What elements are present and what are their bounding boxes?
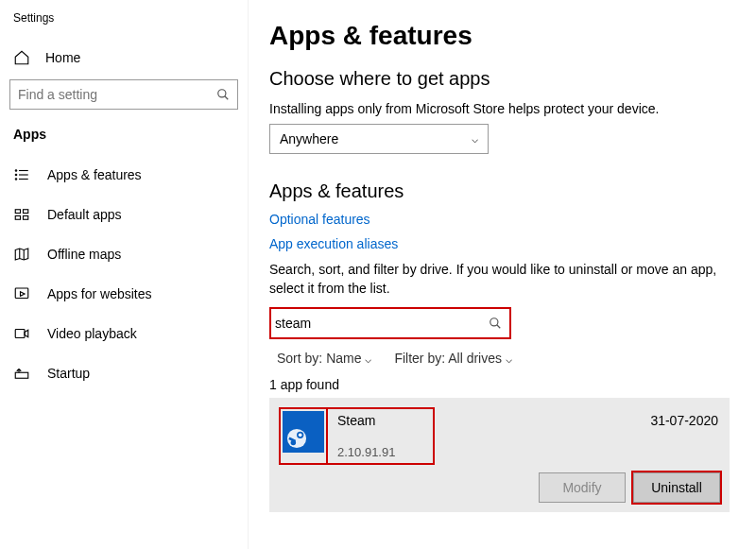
app-aliases-link[interactable]: App execution aliases	[269, 236, 730, 251]
nav-default-apps[interactable]: Default apps	[9, 195, 248, 234]
svg-rect-9	[24, 210, 28, 214]
chevron-down-icon: ⌵	[472, 132, 478, 146]
sort-picker[interactable]: Sort by: Name ⌵	[277, 351, 371, 366]
svg-point-0	[218, 90, 226, 97]
optional-features-link[interactable]: Optional features	[269, 212, 730, 227]
sort-label: Sort by:	[277, 351, 322, 366]
list-icon	[13, 166, 30, 183]
startup-icon	[13, 365, 30, 382]
apps-help: Search, sort, and filter by drive. If yo…	[269, 261, 730, 298]
chevron-down-icon: ⌵	[506, 352, 512, 366]
app-card[interactable]: Steam 2.10.91.91 31-07-2020 Modify Unins…	[269, 398, 730, 512]
svg-point-19	[490, 318, 498, 326]
app-version: 2.10.91.91	[337, 445, 395, 459]
svg-rect-11	[24, 216, 28, 220]
nav-label: Apps & features	[47, 167, 142, 182]
app-actions: Modify Uninstall	[279, 472, 720, 503]
websites-icon	[13, 285, 30, 302]
map-icon	[13, 246, 30, 263]
app-name: Steam	[337, 413, 395, 428]
window-title: Settings	[9, 9, 248, 42]
nav-label: Apps for websites	[47, 286, 152, 301]
apps-heading: Apps & features	[269, 180, 730, 202]
svg-rect-14	[15, 288, 28, 299]
svg-point-5	[15, 170, 17, 172]
uninstall-button[interactable]: Uninstall	[633, 472, 720, 503]
svg-point-23	[299, 434, 302, 437]
app-search-input[interactable]	[271, 316, 481, 331]
svg-rect-16	[15, 330, 25, 338]
nav-label: Video playback	[47, 326, 137, 341]
home-nav[interactable]: Home	[9, 42, 248, 79]
home-label: Home	[45, 50, 80, 65]
apps-found-count: 1 app found	[269, 377, 730, 392]
modify-button: Modify	[539, 472, 626, 503]
app-date: 31-07-2020	[650, 413, 718, 428]
nav-label: Startup	[47, 366, 90, 381]
filter-value: All drives	[448, 351, 502, 366]
filter-picker[interactable]: Filter by: All drives ⌵	[394, 351, 512, 366]
steam-icon	[283, 411, 324, 453]
svg-line-20	[497, 325, 501, 329]
svg-marker-15	[21, 292, 26, 297]
sidebar-section-label: Apps	[9, 127, 248, 149]
video-icon	[13, 325, 30, 342]
choose-desc: Installing apps only from Microsoft Stor…	[269, 101, 730, 116]
svg-rect-8	[15, 210, 20, 214]
svg-rect-10	[15, 216, 20, 220]
svg-line-1	[225, 96, 229, 100]
nav-list: Apps & features Default apps Offline map…	[9, 155, 248, 393]
defaults-icon	[13, 206, 30, 223]
nav-apps-websites[interactable]: Apps for websites	[9, 274, 248, 314]
nav-startup[interactable]: Startup	[9, 353, 248, 393]
nav-label: Offline maps	[47, 247, 121, 262]
sidebar-search[interactable]	[9, 79, 238, 110]
nav-label: Default apps	[47, 207, 122, 222]
app-search-box[interactable]	[269, 307, 511, 339]
search-icon	[216, 88, 230, 101]
sidebar-search-input[interactable]	[18, 87, 216, 102]
chevron-down-icon: ⌵	[365, 352, 371, 366]
nav-video-playback[interactable]: Video playback	[9, 314, 248, 353]
home-icon	[13, 49, 30, 66]
source-select[interactable]: Anywhere ⌵	[269, 124, 489, 154]
svg-point-6	[15, 174, 17, 176]
svg-rect-18	[15, 372, 28, 378]
source-selected: Anywhere	[280, 131, 338, 146]
nav-apps-features[interactable]: Apps & features	[9, 155, 248, 195]
choose-heading: Choose where to get apps	[269, 68, 730, 90]
filter-label: Filter by:	[394, 351, 445, 366]
sort-value: Name	[326, 351, 361, 366]
page-title: Apps & features	[269, 21, 730, 51]
nav-offline-maps[interactable]: Offline maps	[9, 234, 248, 274]
main-content: Apps & features Choose where to get apps…	[249, 0, 756, 549]
sort-filter-row: Sort by: Name ⌵ Filter by: All drives ⌵	[269, 351, 730, 366]
search-icon	[481, 317, 509, 330]
svg-point-7	[15, 179, 17, 180]
sidebar: Settings Home Apps Apps & features Defau…	[0, 0, 249, 549]
